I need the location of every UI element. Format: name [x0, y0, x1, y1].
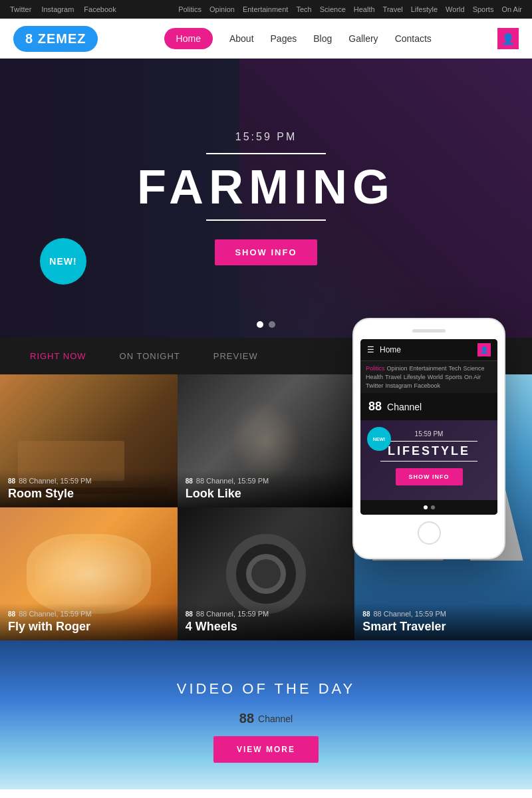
opinion-link[interactable]: Opinion	[209, 5, 235, 13]
logo-text: ZEMEZ	[38, 31, 86, 46]
health-link[interactable]: Health	[354, 5, 375, 13]
lifestyle-link[interactable]: Lifestyle	[411, 5, 438, 13]
phone-screen: ☰ Home 👤 Politics Opinion Entertainment …	[360, 339, 497, 515]
hero-time: 15:59 PM	[137, 131, 395, 143]
nav-pages[interactable]: Pages	[271, 33, 297, 44]
phone-tag-twitter[interactable]: Twitter	[366, 382, 384, 389]
hero-content: 15:59 PM FARMING SHOW INFO	[137, 131, 395, 265]
new-badge: NEW!	[40, 238, 86, 285]
grid-channel-text: 88 Channel, 15:59 PM	[373, 610, 446, 618]
phone-speaker	[412, 329, 446, 332]
phone-home-button[interactable]	[418, 521, 441, 545]
phone-tag-travel[interactable]: Travel	[385, 374, 402, 380]
show-info-button[interactable]: SHOW INFO	[215, 239, 317, 265]
phone-nav-bar: ☰ Home 👤	[360, 339, 497, 361]
grid-channel: 88 88 Channel, 15:59 PM	[186, 477, 347, 485]
phone-tag-world[interactable]: World	[428, 374, 443, 380]
tab-on-tonight[interactable]: ON TONIGHT	[103, 338, 197, 374]
phone-tag-instagram[interactable]: Instagram	[386, 382, 412, 389]
phone-tag-facebook[interactable]: Facebook	[414, 382, 441, 389]
user-avatar[interactable]: 👤	[497, 28, 519, 49]
phone-nav-tags: Politics Opinion Entertainment Tech Scie…	[360, 361, 497, 393]
phone-section: RIGHT NOW ON TONIGHT PREVIEW 88 88 Chann…	[0, 338, 532, 640]
hero-dot-2[interactable]	[269, 321, 275, 328]
video-section: VIDEO OF THE DAY 88 Channel VIEW MORE	[0, 640, 532, 789]
grid-channel-text: 88 Channel, 15:59 PM	[19, 610, 91, 618]
hero-title: FARMING	[137, 160, 395, 214]
phone-tag-lifestyle[interactable]: Lifestyle	[404, 374, 426, 380]
grid-overlay: 88 88 Channel, 15:59 PM Smart Traveler	[354, 603, 532, 640]
phone-tag-opinion[interactable]: Opinion	[387, 365, 408, 372]
channel-logo: 88	[362, 610, 370, 618]
phone-dot-2[interactable]	[431, 505, 435, 509]
phone-channel-text: Channel	[387, 402, 422, 412]
logo[interactable]: 8 ZEMEZ	[13, 26, 98, 52]
nav-blog[interactable]: Blog	[313, 33, 332, 44]
phone-title-line-top	[380, 441, 477, 442]
on-air-link[interactable]: On Air	[501, 5, 522, 13]
nav-contacts[interactable]: Contacts	[395, 33, 432, 44]
grid-item-fly-roger[interactable]: 88 88 Channel, 15:59 PM Fly with Roger	[0, 507, 178, 640]
grid-channel: 88 88 Channel, 15:59 PM	[362, 610, 524, 618]
phone-tag-science[interactable]: Science	[464, 365, 485, 372]
grid-overlay: 88 88 Channel, 15:59 PM Look Like	[178, 470, 355, 507]
politics-link[interactable]: Politics	[178, 5, 201, 13]
grid-title: Room Style	[8, 487, 170, 501]
travel-link[interactable]: Travel	[383, 5, 403, 13]
grid-title: 4 Wheels	[186, 620, 347, 634]
video-ch-logo: 88	[239, 711, 254, 726]
grid-channel-text: 88 Channel, 15:59 PM	[19, 477, 91, 485]
phone-frame: ☰ Home 👤 Politics Opinion Entertainment …	[352, 318, 505, 559]
phone-title-line-bottom	[380, 461, 477, 462]
grid-item-look-like[interactable]: 88 88 Channel, 15:59 PM Look Like	[178, 374, 355, 507]
video-channel-badge: 88 Channel	[239, 711, 293, 726]
phone-tag-entertainment[interactable]: Entertainment	[410, 365, 447, 372]
phone-show-info-button[interactable]: SHOW INFO	[396, 468, 463, 485]
phone-tag-politics[interactable]: Politics	[366, 365, 385, 372]
hamburger-icon[interactable]: ☰	[367, 345, 374, 354]
tech-link[interactable]: Tech	[296, 5, 311, 13]
phone-hero-dots	[360, 500, 497, 515]
channel-logo: 88	[186, 610, 193, 618]
nav-home[interactable]: Home	[164, 28, 213, 49]
grid-item-room-style[interactable]: 88 88 Channel, 15:59 PM Room Style	[0, 374, 178, 507]
hero-dot-1[interactable]	[257, 321, 263, 328]
video-ch-text: Channel	[258, 714, 293, 724]
phone-tag-health[interactable]: Health	[366, 374, 383, 380]
tab-preview[interactable]: PREVIEW	[197, 338, 275, 374]
phone-home-text: Home	[380, 345, 401, 354]
phone-tag-sports[interactable]: Sports	[445, 374, 462, 380]
top-bar: Twitter Instagram Facebook Politics Opin…	[0, 0, 532, 19]
category-nav: Politics Opinion Entertainment Tech Scie…	[178, 5, 522, 13]
grid-channel-text: 88 Channel, 15:59 PM	[196, 610, 269, 618]
phone-logo-88: 88	[368, 400, 382, 414]
nav-about[interactable]: About	[229, 33, 254, 44]
video-section-title: VIDEO OF THE DAY	[177, 680, 356, 698]
view-more-button[interactable]: VIEW MORE	[213, 736, 319, 763]
nav-gallery[interactable]: Gallery	[348, 33, 378, 44]
grid-overlay: 88 88 Channel, 15:59 PM 4 Wheels	[178, 603, 355, 640]
channel-logo: 88	[186, 477, 193, 485]
tab-right-now[interactable]: RIGHT NOW	[13, 338, 103, 374]
instagram-link[interactable]: Instagram	[41, 5, 74, 13]
hero-dots	[257, 321, 275, 328]
logo-prefix: 8	[25, 31, 33, 46]
sports-link[interactable]: Sports	[473, 5, 494, 13]
channel-logo: 88	[8, 610, 15, 618]
grid-item-4-wheels[interactable]: 88 88 Channel, 15:59 PM 4 Wheels	[178, 507, 355, 640]
grid-title: Fly with Roger	[8, 620, 170, 634]
grid-channel: 88 88 Channel, 15:59 PM	[8, 610, 170, 618]
entertainment-link[interactable]: Entertainment	[243, 5, 288, 13]
grid-channel-text: 88 Channel, 15:59 PM	[196, 477, 269, 485]
phone-new-badge: NEW!	[367, 427, 391, 451]
hero-section: NEW! 15:59 PM FARMING SHOW INFO	[0, 59, 532, 338]
grid-overlay: 88 88 Channel, 15:59 PM Room Style	[0, 470, 178, 507]
phone-tag-on-air[interactable]: On Air	[464, 374, 481, 380]
phone-user-icon[interactable]: 👤	[477, 343, 491, 356]
twitter-link[interactable]: Twitter	[10, 5, 31, 13]
facebook-link[interactable]: Facebook	[84, 5, 116, 13]
science-link[interactable]: Science	[320, 5, 346, 13]
world-link[interactable]: World	[446, 5, 465, 13]
phone-tag-tech[interactable]: Tech	[449, 365, 462, 372]
phone-dot-1[interactable]	[424, 505, 428, 509]
